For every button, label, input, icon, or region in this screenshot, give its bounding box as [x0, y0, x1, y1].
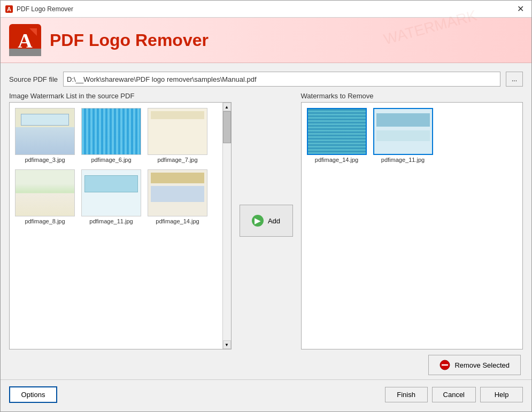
content-area: Source PDF file ... Image Watermark List…	[1, 63, 531, 411]
help-button[interactable]: Help	[480, 387, 523, 402]
add-label: Add	[268, 217, 280, 225]
list-item[interactable]: pdfimage_11.jpg	[372, 107, 434, 164]
image-label: pdfimage_14.jpg	[156, 218, 199, 224]
list-item[interactable]: pdfimage_8.jpg	[14, 168, 76, 226]
left-panel: Image Watermark List in the source PDF p…	[9, 92, 232, 349]
remove-selected-label: Remove Selected	[454, 361, 510, 369]
svg-text:A: A	[18, 29, 33, 52]
thumbnail	[148, 108, 207, 155]
image-label: pdfimage_6.jpg	[91, 157, 131, 163]
thumbnail	[373, 108, 433, 155]
image-label: pdfimage_11.jpg	[89, 218, 133, 224]
list-item[interactable]: pdfimage_7.jpg	[147, 107, 209, 164]
app-logo: A	[9, 24, 41, 56]
footer-left: Options	[9, 386, 57, 403]
finish-button[interactable]: Finish	[385, 387, 428, 402]
list-item[interactable]: pdfimage_11.jpg	[80, 168, 142, 226]
right-panel-list: pdfimage_14.jpg pdfimage_11.jpg	[301, 102, 523, 349]
scrollbar-thumb[interactable]	[223, 111, 231, 143]
svg-text:WATERMARK: WATERMARK	[382, 7, 479, 48]
options-label: Options	[21, 391, 45, 399]
cancel-button[interactable]: Cancel	[432, 387, 476, 402]
main-window: A PDF Logo Remover ✕ A PDF Logo Remover …	[0, 0, 532, 412]
right-panel: Watermarks to Remove pdfimage_14.jpg pdf…	[301, 92, 523, 349]
right-panel-label: Watermarks to Remove	[301, 92, 523, 100]
header-banner: A PDF Logo Remover WATERMARK	[1, 18, 531, 63]
thumbnail	[148, 169, 207, 216]
scroll-down-button[interactable]: ▼	[223, 340, 231, 349]
thumbnail	[15, 169, 75, 216]
scrollbar[interactable]: ▲ ▼	[222, 103, 231, 349]
image-label: pdfimage_8.jpg	[25, 218, 65, 224]
thumbnail	[15, 108, 75, 155]
remove-row: Remove Selected	[9, 355, 523, 375]
image-label: pdfimage_11.jpg	[381, 157, 425, 163]
list-item[interactable]: pdfimage_14.jpg	[147, 168, 209, 226]
remove-selected-button[interactable]: Remove Selected	[428, 355, 521, 375]
app-icon: A	[5, 5, 13, 13]
source-label: Source PDF file	[9, 75, 58, 83]
separator	[1, 379, 531, 380]
add-button[interactable]: ▶ Add	[240, 205, 293, 237]
left-panel-list: pdfimage_3.jpg pdfimage_6.jpg pdfimage_7…	[9, 102, 232, 349]
footer-right: Finish Cancel Help	[385, 387, 523, 402]
options-button[interactable]: Options	[9, 386, 57, 403]
header-title: PDF Logo Remover	[50, 30, 209, 50]
thumbnail	[81, 108, 141, 155]
source-input[interactable]	[63, 72, 500, 87]
svg-rect-6	[9, 49, 41, 56]
svg-text:A: A	[7, 6, 11, 12]
panels-row: Image Watermark List in the source PDF p…	[9, 92, 523, 349]
remove-icon	[440, 360, 450, 370]
list-item[interactable]: pdfimage_14.jpg	[306, 107, 368, 164]
footer-row: Options Finish Cancel Help	[9, 384, 523, 403]
thumbnail	[307, 108, 367, 155]
bottom-section: Remove Selected Options Finish Cancel He…	[9, 355, 523, 403]
image-label: pdfimage_3.jpg	[25, 157, 65, 163]
add-arrow-icon: ▶	[252, 215, 264, 227]
image-label: pdfimage_14.jpg	[315, 157, 358, 163]
scroll-up-button[interactable]: ▲	[223, 103, 231, 111]
list-item[interactable]: pdfimage_3.jpg	[14, 107, 76, 164]
source-row: Source PDF file ...	[9, 72, 523, 87]
thumbnail	[81, 169, 141, 216]
add-button-area: ▶ Add	[237, 92, 296, 349]
list-item[interactable]: pdfimage_6.jpg	[80, 107, 142, 164]
image-label: pdfimage_7.jpg	[157, 157, 197, 163]
left-panel-label: Image Watermark List in the source PDF	[9, 92, 232, 100]
browse-button[interactable]: ...	[506, 72, 523, 87]
